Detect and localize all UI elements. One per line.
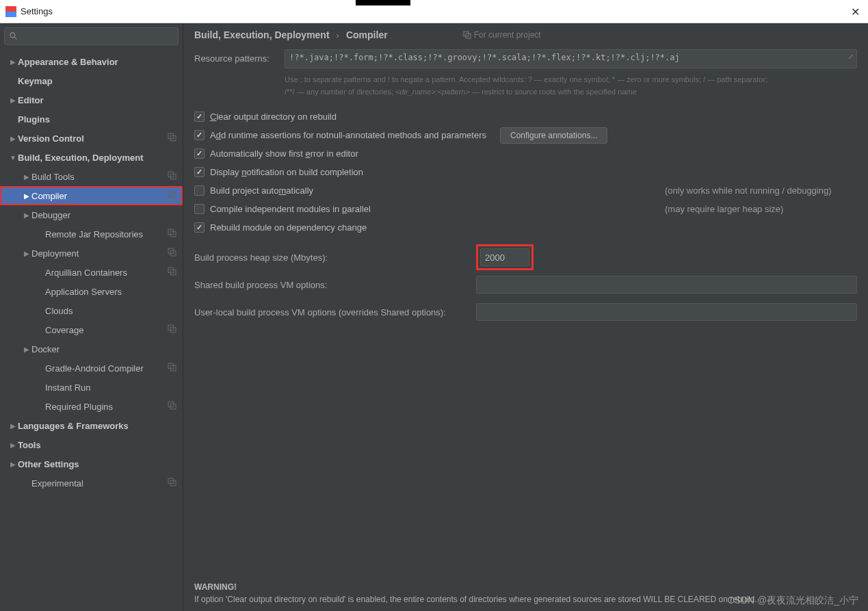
copy-scope-icon	[168, 229, 179, 239]
svg-point-2	[10, 33, 15, 38]
sidebar-item-application-servers[interactable]: Application Servers	[0, 282, 183, 301]
user-vm-input[interactable]	[476, 303, 857, 321]
sidebar-item-required-plugins[interactable]: Required Plugins	[0, 397, 183, 416]
content-panel: Build, Execution, Deployment › Compiler …	[183, 23, 868, 611]
option-note: (may require larger heap size)	[665, 204, 783, 214]
option-row-5: Compile independent modules in parallel(…	[194, 200, 857, 218]
checkbox[interactable]	[194, 167, 205, 177]
expand-arrow-icon[interactable]: ▶	[8, 460, 18, 468]
sidebar-item-other-settings[interactable]: ▶Other Settings	[0, 454, 183, 473]
copy-scope-icon	[168, 478, 179, 489]
checkbox[interactable]	[194, 222, 205, 233]
expand-icon[interactable]: ⤢	[848, 53, 854, 60]
resource-patterns-input[interactable]: !?*.java;!?*.form;!?*.class;!?*.groovy;!…	[285, 49, 857, 68]
sidebar-item-clouds[interactable]: Clouds	[0, 301, 183, 320]
sidebar-item-label: Tools	[18, 440, 179, 450]
copy-scope-icon	[168, 248, 179, 259]
sidebar-item-coverage[interactable]: Coverage	[0, 320, 183, 339]
copy-scope-icon	[168, 190, 179, 201]
settings-tree: ▶Appearance & BehaviorKeymap▶EditorPlugi…	[0, 49, 183, 611]
checkbox-label: Compile independent modules in parallel	[210, 204, 371, 214]
sidebar-item-label: Remote Jar Repositories	[45, 229, 168, 239]
sidebar-item-label: Coverage	[45, 325, 168, 335]
sidebar-item-label: Keymap	[18, 76, 179, 86]
shared-vm-input[interactable]	[476, 276, 857, 294]
heap-size-input[interactable]	[480, 248, 529, 266]
sidebar-item-label: Clouds	[45, 306, 179, 316]
close-icon[interactable]: ✕	[851, 5, 860, 18]
sidebar: ▶Appearance & BehaviorKeymap▶EditorPlugi…	[0, 23, 183, 611]
expand-arrow-icon[interactable]: ▶	[8, 422, 18, 430]
shared-vm-label: Shared build process VM options:	[194, 280, 468, 290]
option-row-4: Build project automatically(only works w…	[194, 181, 857, 200]
expand-arrow-icon[interactable]: ▶	[22, 192, 31, 200]
expand-arrow-icon[interactable]: ▶	[22, 346, 31, 353]
main-area: ▶Appearance & BehaviorKeymap▶EditorPlugi…	[0, 23, 868, 611]
checkbox-label: Add runtime assertions for notnull-annot…	[210, 130, 486, 140]
sidebar-item-debugger[interactable]: ▶Debugger	[0, 205, 183, 224]
svg-rect-1	[5, 12, 16, 17]
warning-body: If option 'Clear output directory on reb…	[194, 593, 857, 606]
search-input[interactable]	[21, 31, 174, 41]
resource-patterns-row: Resource patterns: !?*.java;!?*.form;!?*…	[194, 49, 857, 68]
sidebar-item-docker[interactable]: ▶Docker	[0, 339, 183, 359]
sidebar-item-tools[interactable]: ▶Tools	[0, 435, 183, 454]
checkbox[interactable]	[194, 130, 205, 140]
option-row-2: Automatically show first error in editor	[194, 144, 857, 163]
expand-arrow-icon[interactable]: ▶	[22, 173, 31, 181]
sidebar-item-plugins[interactable]: Plugins	[0, 109, 183, 129]
sidebar-item-label: Compiler	[31, 191, 168, 201]
sidebar-item-label: Appearance & Behavior	[18, 57, 179, 67]
window-title: Settings	[21, 6, 53, 16]
expand-arrow-icon[interactable]: ▶	[22, 211, 31, 219]
sidebar-item-label: Gradle-Android Compiler	[45, 363, 168, 374]
sidebar-item-experimental[interactable]: Experimental	[0, 473, 183, 493]
expand-arrow-icon[interactable]: ▼	[8, 154, 18, 161]
expand-arrow-icon[interactable]: ▶	[8, 441, 18, 449]
sidebar-item-languages-frameworks[interactable]: ▶Languages & Frameworks	[0, 416, 183, 435]
sidebar-item-instant-run[interactable]: Instant Run	[0, 378, 183, 397]
scope-label: For current project	[463, 30, 541, 40]
warning-block: WARNING! If option 'Clear output directo…	[183, 574, 868, 611]
expand-arrow-icon[interactable]: ▶	[8, 135, 18, 142]
sidebar-item-deployment[interactable]: ▶Deployment	[0, 244, 183, 263]
breadcrumb-leaf: Compiler	[346, 29, 388, 40]
copy-scope-icon	[168, 267, 179, 278]
resource-patterns-label: Resource patterns:	[194, 49, 276, 64]
sidebar-item-editor[interactable]: ▶Editor	[0, 90, 183, 109]
titlebar: Settings ✕	[0, 0, 868, 23]
checkbox[interactable]	[194, 185, 205, 196]
sidebar-item-build-execution-deployment[interactable]: ▼Build, Execution, Deployment	[0, 148, 183, 167]
expand-arrow-icon[interactable]: ▶	[8, 58, 18, 66]
breadcrumb-root[interactable]: Build, Execution, Deployment	[194, 29, 330, 40]
checkbox[interactable]	[194, 148, 205, 159]
sidebar-item-compiler[interactable]: ▶Compiler	[0, 186, 183, 205]
sidebar-item-label: Arquillian Containers	[45, 268, 168, 278]
sidebar-item-label: Deployment	[31, 248, 168, 259]
option-note: (only works while not running / debuggin…	[665, 185, 832, 196]
search-box[interactable]	[4, 27, 179, 45]
expand-arrow-icon[interactable]: ▶	[8, 96, 18, 104]
checkbox-label: Automatically show first error in editor	[210, 148, 358, 159]
option-row-0: Clear output directory on rebuild	[194, 107, 857, 126]
sidebar-item-arquillian-containers[interactable]: Arquillian Containers	[0, 263, 183, 282]
expand-arrow-icon[interactable]: ▶	[22, 250, 31, 257]
sidebar-item-gradle-android-compiler[interactable]: Gradle-Android Compiler	[0, 359, 183, 378]
checkbox-label: Build project automatically	[210, 185, 313, 196]
sidebar-item-label: Other Settings	[18, 459, 179, 469]
sidebar-item-version-control[interactable]: ▶Version Control	[0, 129, 183, 148]
user-vm-row: User-local build process VM options (ove…	[194, 298, 857, 326]
checkbox[interactable]	[194, 204, 205, 214]
sidebar-item-build-tools[interactable]: ▶Build Tools	[0, 167, 183, 186]
sidebar-item-keymap[interactable]: Keymap	[0, 71, 183, 90]
sidebar-item-appearance-behavior[interactable]: ▶Appearance & Behavior	[0, 52, 183, 71]
checkbox[interactable]	[194, 112, 205, 122]
copy-scope-icon	[168, 401, 179, 412]
sidebar-item-label: Version Control	[18, 133, 168, 144]
resource-patterns-hint: Use ; to separate patterns and ! to nega…	[285, 74, 857, 98]
sidebar-item-label: Editor	[18, 95, 179, 105]
heap-size-label: Build process heap size (Mbytes):	[194, 252, 468, 263]
sidebar-item-remote-jar-repositories[interactable]: Remote Jar Repositories	[0, 224, 183, 244]
configure-annotations-button[interactable]: Configure annotations...	[500, 127, 607, 144]
user-vm-label: User-local build process VM options (ove…	[194, 307, 468, 317]
